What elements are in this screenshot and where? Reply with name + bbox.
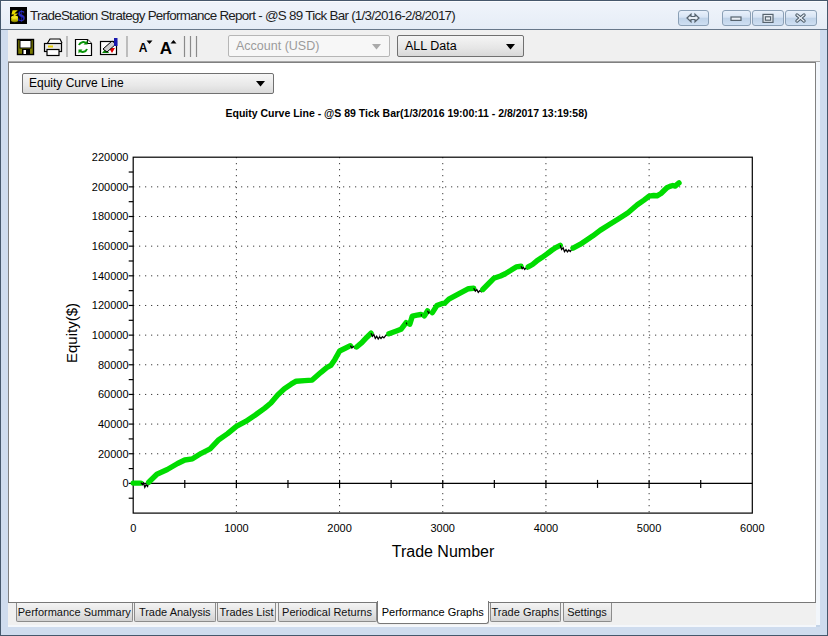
svg-text:20000: 20000: [98, 448, 129, 460]
svg-text:1000: 1000: [224, 522, 248, 534]
svg-text:100000: 100000: [92, 329, 129, 341]
svg-text:Equity Curve Line - @S 89 Tick: Equity Curve Line - @S 89 Tick Bar(1/3/2…: [226, 107, 588, 119]
svg-text:160000: 160000: [92, 240, 129, 252]
svg-text:2000: 2000: [327, 522, 351, 534]
svg-text:4000: 4000: [534, 522, 558, 534]
svg-text:0: 0: [130, 522, 136, 534]
svg-text:200000: 200000: [92, 181, 129, 193]
svg-text:6000: 6000: [740, 522, 764, 534]
svg-text:Trade Number: Trade Number: [392, 543, 495, 560]
svg-text:120000: 120000: [92, 299, 129, 311]
svg-text:180000: 180000: [92, 210, 129, 222]
svg-text:3000: 3000: [430, 522, 454, 534]
svg-text:80000: 80000: [98, 359, 129, 371]
svg-text:40000: 40000: [98, 418, 129, 430]
svg-text:220000: 220000: [92, 151, 129, 163]
svg-text:0: 0: [122, 477, 128, 489]
svg-text:140000: 140000: [92, 270, 129, 282]
svg-text:5000: 5000: [637, 522, 661, 534]
svg-text:60000: 60000: [98, 388, 129, 400]
svg-text:Equity($): Equity($): [63, 303, 80, 363]
